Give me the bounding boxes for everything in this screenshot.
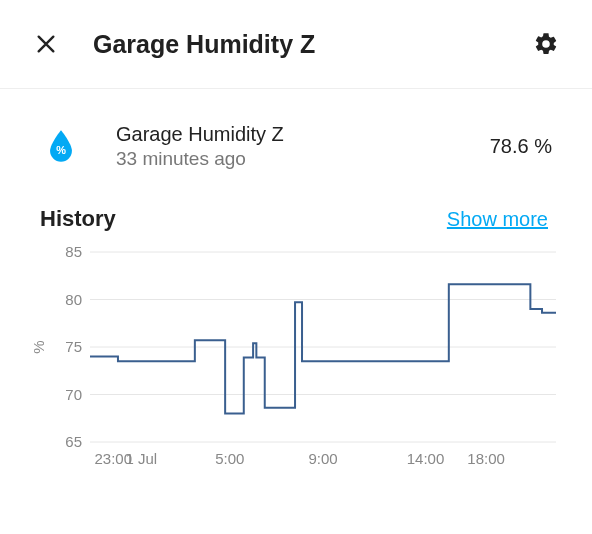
svg-text:1 Jul: 1 Jul — [125, 450, 157, 467]
svg-text:85: 85 — [65, 246, 82, 260]
close-icon — [35, 33, 57, 55]
humidity-icon: % — [46, 129, 76, 163]
sensor-updated: 33 minutes ago — [116, 147, 490, 172]
sensor-value: 78.6 % — [490, 135, 552, 158]
header: Garage Humidity Z — [0, 0, 592, 89]
svg-text:9:00: 9:00 — [308, 450, 337, 467]
close-button[interactable] — [24, 22, 68, 66]
svg-text:%: % — [32, 340, 47, 353]
sensor-card: % Garage Humidity Z 33 minutes ago 78.6 … — [40, 121, 552, 172]
settings-button[interactable] — [524, 22, 568, 66]
svg-text:14:00: 14:00 — [407, 450, 445, 467]
sensor-name: Garage Humidity Z — [116, 121, 490, 147]
gear-icon — [533, 31, 559, 57]
show-more-link[interactable]: Show more — [447, 208, 548, 231]
history-chart: 6570758085%23:001 Jul5:009:0014:0018:00 — [32, 246, 552, 476]
svg-text:18:00: 18:00 — [467, 450, 505, 467]
svg-text:70: 70 — [65, 385, 82, 402]
history-title: History — [40, 206, 447, 232]
svg-text:5:00: 5:00 — [215, 450, 244, 467]
svg-text:65: 65 — [65, 433, 82, 450]
svg-text:80: 80 — [65, 290, 82, 307]
svg-text:75: 75 — [65, 338, 82, 355]
page-title: Garage Humidity Z — [93, 30, 524, 59]
svg-text:%: % — [56, 144, 66, 156]
